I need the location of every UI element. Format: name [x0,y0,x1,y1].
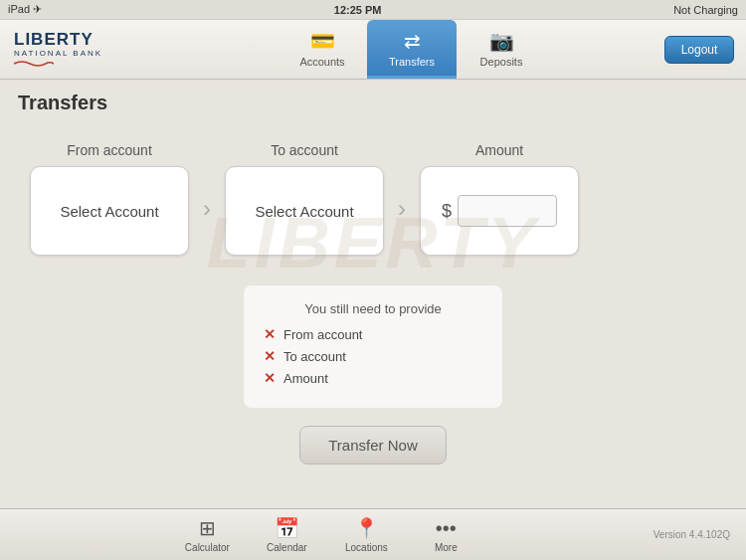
accounts-label: Accounts [299,56,344,68]
accounts-icon: 💳 [310,29,335,53]
bottom-tab-locations[interactable]: 📍 Locations [326,509,406,561]
validation-amount-label: Amount [283,371,328,386]
nav-tab-accounts[interactable]: 💳 Accounts [278,20,367,79]
version-text: Version 4.4.102Q [653,529,746,540]
nav-tabs: 💳 Accounts ⇄ Transfers 📷 Deposits [159,20,664,79]
bottom-tab-more[interactable]: ••• More [406,509,485,561]
validation-title: You still need to provide [264,301,482,316]
bottom-tab-calendar[interactable]: 📅 Calendar [247,509,326,561]
validation-item-to: ✕ To account [264,348,482,364]
locations-icon: 📍 [354,516,379,540]
x-icon-to: ✕ [264,348,276,364]
deposits-icon: 📷 [489,29,514,53]
more-icon: ••• [436,517,457,540]
main-content: LIBERTY From account Select Account › To… [0,122,746,484]
logo-subtitle: NATIONAL BANK [14,49,145,58]
nav-tab-deposits[interactable]: 📷 Deposits [457,20,546,79]
transfer-btn-wrap: Transfer Now [30,426,716,465]
bottom-tab-calculator[interactable]: ⊞ Calculator [167,509,247,561]
status-time: 12:25 PM [334,4,382,16]
to-account-section: To account Select Account [225,142,384,256]
validation-item-amount: ✕ Amount [264,370,482,386]
x-icon-amount: ✕ [264,370,276,386]
calculator-icon: ⊞ [199,516,216,540]
validation-item-from: ✕ From account [264,326,482,342]
from-chevron-icon: › [189,195,225,223]
calendar-label: Calendar [267,542,307,553]
validation-box: You still need to provide ✕ From account… [244,285,502,408]
validation-from-label: From account [283,327,362,342]
x-icon-from: ✕ [264,326,276,342]
validation-to-label: To account [283,349,346,364]
from-account-section: From account Select Account [30,142,189,256]
amount-box: $ [420,166,579,256]
more-label: More [435,542,458,553]
top-nav: LIBERTY NATIONAL BANK 💳 Accounts ⇄ Trans… [0,20,746,80]
transfers-label: Transfers [389,56,435,68]
status-battery: Not Charging [673,4,738,16]
logout-button[interactable]: Logout [664,36,734,64]
logo-area: LIBERTY NATIONAL BANK [0,31,159,68]
deposits-label: Deposits [480,56,523,68]
amount-section: Amount $ [420,142,579,256]
page-title-bar: Transfers [0,80,746,122]
to-chevron-icon: › [384,195,420,223]
bottom-bar: ⊞ Calculator 📅 Calendar 📍 Locations ••• … [0,508,746,560]
bottom-tabs: ⊞ Calculator 📅 Calendar 📍 Locations ••• … [0,509,653,561]
from-account-box[interactable]: Select Account [30,166,189,256]
transfer-now-button[interactable]: Transfer Now [299,426,446,465]
to-account-label: To account [271,142,338,158]
page-title: Transfers [18,92,728,114]
transfers-icon: ⇄ [404,29,421,53]
calendar-icon: 📅 [275,516,299,540]
logo-title: LIBERTY [14,31,145,48]
logo-wave [14,60,54,68]
dollar-sign: $ [442,201,452,222]
amount-label: Amount [475,142,523,158]
to-account-placeholder: Select Account [255,203,353,220]
from-account-placeholder: Select Account [60,203,158,220]
calculator-label: Calculator [185,542,230,553]
to-account-box[interactable]: Select Account [225,166,384,256]
status-bar: iPad ✈ 12:25 PM Not Charging [0,0,746,20]
locations-label: Locations [345,542,388,553]
amount-input[interactable] [458,195,557,227]
status-device: iPad ✈ [8,3,42,16]
nav-tab-transfers[interactable]: ⇄ Transfers [367,20,457,79]
from-account-label: From account [67,142,152,158]
status-left: iPad ✈ [8,3,42,16]
transfers-row: From account Select Account › To account… [30,142,716,256]
